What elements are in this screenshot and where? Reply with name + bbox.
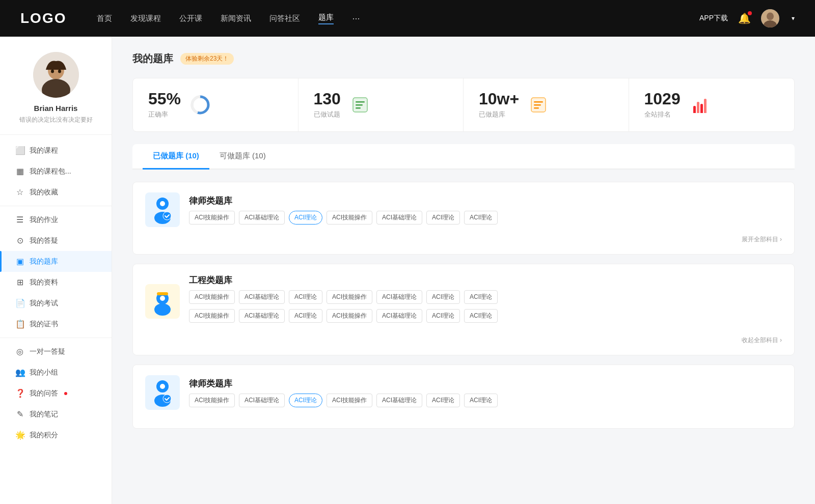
sidebar: Brian Harris 错误的决定比没有决定要好 ⬜ 我的课程 ▦ 我的课程包…: [0, 37, 112, 504]
svg-point-29: [160, 384, 165, 389]
page-title: 我的题库: [132, 52, 173, 66]
sidebar-item-course[interactable]: ⬜ 我的课程: [0, 140, 112, 161]
qbank-lawyer-1-title-area: 律师类题库 ACI技能操作 ACI基础理论 ACI理论 ACI技能操作 ACI基…: [189, 195, 498, 225]
engineer-icon: [145, 284, 180, 319]
tab-available[interactable]: 可做题库 (10): [209, 144, 276, 170]
sidebar-item-favorites[interactable]: ☆ 我的收藏: [0, 182, 112, 203]
sidebar-avatar: [33, 52, 79, 98]
tag-lawyer2-4[interactable]: ACI技能操作: [327, 394, 372, 407]
qa-icon: ⊙: [15, 236, 24, 245]
tag-eng-1-5[interactable]: ACI基础理论: [376, 290, 422, 304]
tag-lawyer2-1[interactable]: ACI技能操作: [189, 394, 235, 407]
nav-more[interactable]: ···: [352, 13, 360, 24]
tag-lawyer1-7[interactable]: ACI理论: [464, 211, 498, 225]
avatar-dropdown-icon[interactable]: ▾: [792, 15, 795, 22]
sidebar-item-course-pack[interactable]: ▦ 我的课程包...: [0, 161, 112, 182]
nav-qbank[interactable]: 题库: [318, 13, 334, 24]
qbank-engineer: 工程类题库 ACI技能操作 ACI基础理论 ACI理论 ACI技能操作 ACI基…: [132, 264, 795, 355]
collapse-link-engineer[interactable]: 收起全部科目 ›: [145, 336, 782, 345]
qbank-lawyer-1-header: 律师类题库 ACI技能操作 ACI基础理论 ACI理论 ACI技能操作 ACI基…: [145, 192, 782, 227]
tag-eng-2-1[interactable]: ACI技能操作: [189, 309, 235, 323]
tag-lawyer2-7[interactable]: ACI理论: [464, 394, 498, 407]
expand-link-1[interactable]: 展开全部科目 ›: [145, 235, 782, 244]
svg-rect-16: [534, 101, 543, 103]
app-download-btn[interactable]: APP下载: [699, 14, 728, 23]
sidebar-item-exam[interactable]: 📄 我的考试: [0, 293, 112, 314]
stat-questions: 130 已做试题: [298, 78, 464, 131]
nav-qa[interactable]: 问答社区: [269, 14, 300, 23]
tag-lawyer1-2[interactable]: ACI基础理论: [239, 211, 285, 225]
tag-lawyer2-5[interactable]: ACI基础理论: [376, 394, 422, 407]
materials-icon: ⊞: [15, 277, 24, 287]
nav-discover[interactable]: 发现课程: [130, 14, 161, 23]
tag-lawyer2-3[interactable]: ACI理论: [289, 394, 322, 407]
sidebar-item-qbank[interactable]: ▣ 我的题库: [0, 251, 112, 272]
exam-icon: 📄: [15, 298, 24, 308]
svg-point-7: [58, 70, 61, 73]
svg-point-1: [767, 13, 774, 20]
one-on-one-icon: ◎: [15, 347, 24, 356]
sidebar-item-qa[interactable]: ⊙ 我的答疑: [0, 230, 112, 251]
nav-news[interactable]: 新闻资讯: [221, 14, 251, 23]
svg-point-30: [163, 395, 171, 403]
avatar[interactable]: [761, 9, 779, 27]
stat-banks-label: 已做题库: [479, 110, 519, 119]
sidebar-item-notes[interactable]: ✎ 我的笔记: [0, 404, 112, 425]
tag-eng-1-3[interactable]: ACI理论: [289, 290, 322, 304]
sidebar-item-certificate[interactable]: 📋 我的证书: [0, 314, 112, 334]
questions-list-icon: [349, 94, 371, 116]
tag-eng-2-5[interactable]: ACI基础理论: [376, 309, 422, 323]
sidebar-item-homework[interactable]: ☰ 我的作业: [0, 209, 112, 230]
qbank-lawyer-1: 律师类题库 ACI技能操作 ACI基础理论 ACI理论 ACI技能操作 ACI基…: [132, 182, 795, 255]
stat-questions-label: 已做试题: [314, 110, 341, 119]
tag-lawyer2-2[interactable]: ACI基础理论: [239, 394, 285, 407]
tag-eng-2-3[interactable]: ACI理论: [289, 309, 322, 323]
tag-eng-2-7[interactable]: ACI理论: [464, 309, 498, 323]
sidebar-item-1on1[interactable]: ◎ 一对一答疑: [0, 341, 112, 362]
lawyer-icon-2: [145, 375, 180, 410]
sidebar-item-group[interactable]: 👥 我的小组: [0, 362, 112, 383]
sidebar-item-points[interactable]: 🌟 我的积分: [0, 425, 112, 445]
stats-row: 55% 正确率 130 已做试题: [132, 78, 795, 132]
nav-home[interactable]: 首页: [97, 14, 112, 23]
tag-eng-1-7[interactable]: ACI理论: [464, 290, 498, 304]
stat-questions-value: 130: [314, 91, 341, 107]
tag-lawyer1-3[interactable]: ACI理论: [289, 211, 322, 225]
qbank-engineer-tags-row1: ACI技能操作 ACI基础理论 ACI理论 ACI技能操作 ACI基础理论 AC…: [189, 290, 498, 304]
tag-eng-1-4[interactable]: ACI技能操作: [327, 290, 372, 304]
tag-lawyer1-6[interactable]: ACI理论: [426, 211, 460, 225]
page-header: 我的题库 体验剩余23天！: [132, 52, 795, 66]
tab-done[interactable]: 已做题库 (10): [143, 144, 209, 170]
tag-lawyer2-6[interactable]: ACI理论: [426, 394, 460, 407]
qa-notification-dot: [64, 392, 67, 395]
notification-bell[interactable]: 🔔: [738, 12, 751, 24]
sidebar-divider-1: [0, 206, 112, 206]
my-qa-icon: ❓: [15, 388, 24, 398]
stat-banks-text: 10w+ 已做题库: [479, 91, 519, 119]
tag-lawyer1-5[interactable]: ACI基础理论: [376, 211, 422, 225]
navbar-nav: 首页 发现课程 公开课 新闻资讯 问答社区 题库 ···: [97, 13, 699, 24]
sidebar-motto: 错误的决定比没有决定要好: [9, 116, 103, 124]
tag-eng-1-6[interactable]: ACI理论: [426, 290, 460, 304]
tag-eng-1-2[interactable]: ACI基础理论: [239, 290, 285, 304]
tag-lawyer1-4[interactable]: ACI技能操作: [327, 211, 372, 225]
tag-eng-2-2[interactable]: ACI基础理论: [239, 309, 285, 323]
svg-rect-12: [356, 101, 365, 103]
nav-open[interactable]: 公开课: [179, 14, 202, 23]
course-icon: ⬜: [15, 146, 24, 155]
main-layout: Brian Harris 错误的决定比没有决定要好 ⬜ 我的课程 ▦ 我的课程包…: [0, 37, 815, 504]
tag-eng-2-4[interactable]: ACI技能操作: [327, 309, 372, 323]
qbank-icon: ▣: [15, 257, 24, 266]
navbar-logo[interactable]: LOGO: [20, 10, 66, 26]
tag-eng-2-6[interactable]: ACI理论: [426, 309, 460, 323]
sidebar-profile: Brian Harris 错误的决定比没有决定要好: [0, 52, 112, 135]
sidebar-item-my-qa[interactable]: ❓ 我的问答: [0, 383, 112, 404]
stat-accuracy-value: 55%: [148, 91, 181, 107]
rank-bar-icon: [689, 94, 711, 116]
tag-eng-1-1[interactable]: ACI技能操作: [189, 290, 235, 304]
sidebar-item-materials[interactable]: ⊞ 我的资料: [0, 272, 112, 293]
tag-lawyer1-1[interactable]: ACI技能操作: [189, 211, 235, 225]
stat-accuracy-text: 55% 正确率: [148, 91, 181, 119]
navbar: LOGO 首页 发现课程 公开课 新闻资讯 问答社区 题库 ··· APP下载 …: [0, 0, 815, 37]
banks-list-icon: [527, 94, 550, 116]
